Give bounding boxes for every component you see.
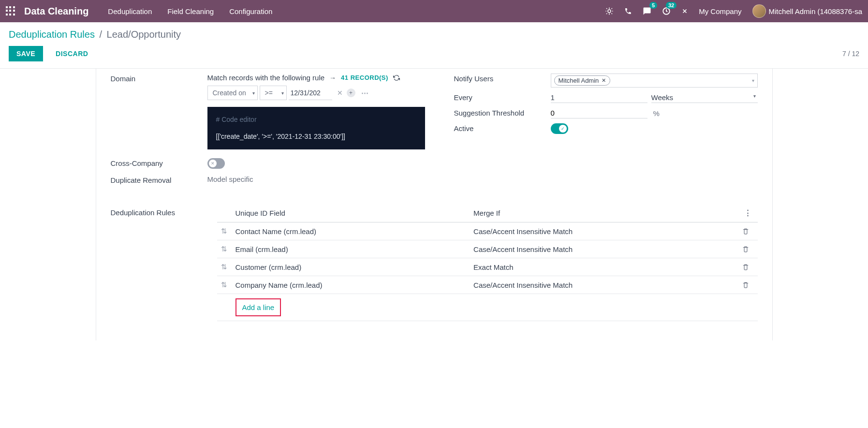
filter-field-select[interactable]: Created on xyxy=(207,86,258,100)
save-button[interactable]: SAVE xyxy=(9,46,43,61)
drag-handle-icon[interactable]: ⇅ xyxy=(217,276,232,294)
top-nav: Data Cleaning Deduplication Field Cleani… xyxy=(0,0,868,22)
rules-table: Unique ID Field Merge If ⋮ ⇅ Contact Nam… xyxy=(217,204,758,321)
table-row[interactable]: ⇅ Company Name (crm.lead) Case/Accent In… xyxy=(217,276,758,294)
domain-label: Domain xyxy=(111,74,207,149)
chevron-down-icon: ▾ xyxy=(752,78,754,83)
every-unit-select[interactable]: Weeks xyxy=(651,92,758,103)
col-unique-field: Unique ID Field xyxy=(232,204,470,222)
apps-icon[interactable] xyxy=(6,6,15,16)
activities-icon[interactable]: 32 xyxy=(662,7,671,15)
code-comment: # Code editor xyxy=(216,114,416,126)
table-options-icon[interactable]: ⋮ xyxy=(738,204,758,222)
nav-links: Deduplication Field Cleaning Configurati… xyxy=(108,7,272,15)
domain-intro: Match records with the following rule xyxy=(207,74,325,82)
arrow-icon: → xyxy=(329,74,336,82)
notify-users-field[interactable]: Mitchell Admin ✕ ▾ xyxy=(551,74,758,88)
active-label: Active xyxy=(454,123,551,135)
threshold-input[interactable] xyxy=(551,108,647,118)
bug-icon[interactable] xyxy=(605,7,614,15)
discard-button[interactable]: DISCARD xyxy=(48,46,96,61)
dup-removal-value: Model specific xyxy=(207,175,425,184)
threshold-label: Suggestion Threshold xyxy=(454,108,551,118)
threshold-unit: % xyxy=(653,109,660,118)
add-line-link[interactable]: Add a line xyxy=(240,300,277,314)
breadcrumb-sep: / xyxy=(99,29,102,40)
nav-deduplication[interactable]: Deduplication xyxy=(108,7,152,15)
drag-handle-icon[interactable]: ⇅ xyxy=(217,240,232,258)
action-row: SAVE DISCARD 7 / 12 xyxy=(9,46,859,61)
form-sheet: Domain Match records with the following … xyxy=(96,69,773,340)
nav-field-cleaning[interactable]: Field Cleaning xyxy=(167,7,214,15)
close-icon[interactable] xyxy=(681,8,688,15)
form-left: Domain Match records with the following … xyxy=(111,74,425,189)
filter-add-icon[interactable]: + xyxy=(347,89,355,97)
pager[interactable]: 7 / 12 xyxy=(842,50,859,58)
filter-op-select[interactable]: >= xyxy=(260,86,287,100)
app-brand: Data Cleaning xyxy=(24,6,88,17)
trash-icon[interactable] xyxy=(738,258,758,276)
messages-icon[interactable]: 5 xyxy=(643,7,651,15)
filter-more-icon[interactable]: ⋯ xyxy=(361,89,369,97)
rules-section-label: Deduplication Rules xyxy=(111,204,207,217)
code-editor[interactable]: # Code editor [['create_date', '>=', '20… xyxy=(207,107,425,149)
messages-badge: 5 xyxy=(649,2,657,9)
subheader: Deduplication Rules / Lead/Opportunity S… xyxy=(0,22,868,64)
trash-icon[interactable] xyxy=(738,276,758,294)
filter-delete-icon[interactable]: ✕ xyxy=(337,89,343,97)
user-name: Mitchell Admin (14088376-sa xyxy=(769,7,862,15)
svg-point-0 xyxy=(608,10,611,13)
breadcrumb-parent[interactable]: Deduplication Rules xyxy=(9,29,95,40)
notify-label: Notify Users xyxy=(454,74,551,88)
breadcrumb-current: Lead/Opportunity xyxy=(107,29,181,40)
add-line-row: Add a line xyxy=(217,294,758,321)
code-body: [['create_date', '>=', '2021-12-31 23:30… xyxy=(216,131,416,143)
add-line-highlight: Add a line xyxy=(235,298,281,316)
cross-company-toggle[interactable]: ✕ xyxy=(207,158,225,169)
refresh-icon[interactable] xyxy=(393,74,400,81)
table-row[interactable]: ⇅ Email (crm.lead) Case/Accent Insensiti… xyxy=(217,240,758,258)
form-right: Notify Users Mitchell Admin ✕ ▾ Every xyxy=(454,74,758,189)
table-row[interactable]: ⇅ Customer (crm.lead) Exact Match xyxy=(217,258,758,276)
nav-right: 5 32 My Company Mitchell Admin (14088376… xyxy=(605,4,862,18)
trash-icon[interactable] xyxy=(738,222,758,240)
tag-remove-icon[interactable]: ✕ xyxy=(602,77,606,84)
avatar xyxy=(752,4,766,18)
phone-icon[interactable] xyxy=(624,7,632,15)
trash-icon[interactable] xyxy=(738,240,758,258)
drag-handle-icon[interactable]: ⇅ xyxy=(217,222,232,240)
nav-configuration[interactable]: Configuration xyxy=(229,7,272,15)
filter-value-input[interactable] xyxy=(289,86,332,100)
col-merge-if: Merge If xyxy=(470,204,738,222)
table-row[interactable]: ⇅ Contact Name (crm.lead) Case/Accent In… xyxy=(217,222,758,240)
activities-badge: 32 xyxy=(666,2,677,9)
cross-company-label: Cross-Company xyxy=(111,158,207,170)
dup-removal-label: Duplicate Removal xyxy=(111,175,207,184)
every-label: Every xyxy=(454,92,551,103)
drag-handle-icon[interactable]: ⇅ xyxy=(217,258,232,276)
records-link[interactable]: 41 RECORD(S) xyxy=(341,74,388,81)
every-value-input[interactable] xyxy=(551,92,647,103)
company-switcher[interactable]: My Company xyxy=(699,7,741,15)
user-menu[interactable]: Mitchell Admin (14088376-sa xyxy=(752,4,862,18)
breadcrumb: Deduplication Rules / Lead/Opportunity xyxy=(9,29,859,40)
notify-tag: Mitchell Admin ✕ xyxy=(554,75,611,86)
active-toggle[interactable]: ✓ xyxy=(551,123,568,134)
